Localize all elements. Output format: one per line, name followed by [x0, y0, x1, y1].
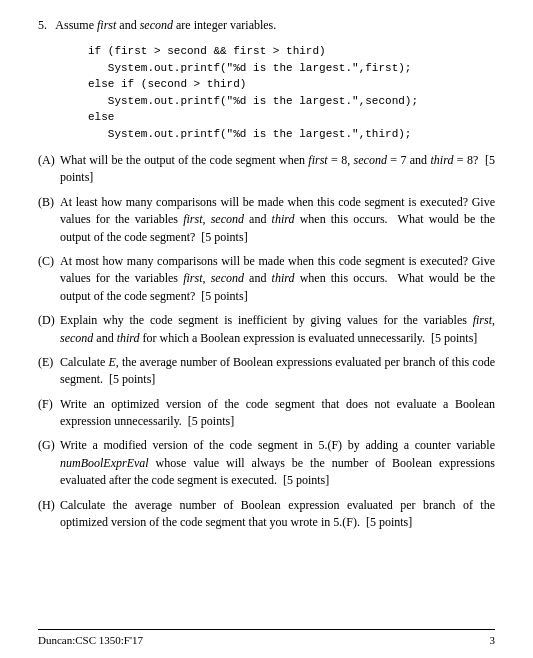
- first-var-intro: first: [97, 18, 116, 32]
- footer-left: Duncan:CSC 1350:F'17: [38, 634, 143, 646]
- question-number: 5. Assume first and second are integer v…: [38, 18, 495, 33]
- part-h: (H) Calculate the average number of Bool…: [38, 497, 495, 532]
- part-b-label: (B): [38, 194, 60, 246]
- part-d-label: (D): [38, 312, 60, 347]
- code-line-3: else if (second > third): [88, 76, 495, 93]
- parts-container: (A) What will be the output of the code …: [38, 152, 495, 531]
- code-line-1: if (first > second && first > third): [88, 43, 495, 60]
- part-g-label: (G): [38, 437, 60, 489]
- code-line-2: System.out.printf("%d is the largest.",f…: [88, 60, 495, 77]
- part-a-label: (A): [38, 152, 60, 187]
- part-b-text: At least how many comparisons will be ma…: [60, 194, 495, 246]
- code-line-4: System.out.printf("%d is the largest.",s…: [88, 93, 495, 110]
- footer-right: 3: [490, 634, 496, 646]
- code-line-5: else: [88, 109, 495, 126]
- part-e-label: (E): [38, 354, 60, 389]
- part-d-text: Explain why the code segment is ineffici…: [60, 312, 495, 347]
- part-e: (E) Calculate E, the average number of B…: [38, 354, 495, 389]
- part-c-label: (C): [38, 253, 60, 305]
- part-b: (B) At least how many comparisons will b…: [38, 194, 495, 246]
- code-line-6: System.out.printf("%d is the largest.",t…: [88, 126, 495, 143]
- part-a-text: What will be the output of the code segm…: [60, 152, 495, 187]
- question-rest: are integer variables.: [176, 18, 276, 32]
- part-c: (C) At most how many comparisons will be…: [38, 253, 495, 305]
- part-g: (G) Write a modified version of the code…: [38, 437, 495, 489]
- question-intro: Assume: [55, 18, 94, 32]
- part-f: (F) Write an optimized version of the co…: [38, 396, 495, 431]
- part-h-label: (H): [38, 497, 60, 532]
- part-d: (D) Explain why the code segment is inef…: [38, 312, 495, 347]
- question-num-text: 5.: [38, 18, 47, 32]
- page: 5. Assume first and second are integer v…: [0, 0, 533, 658]
- part-f-text: Write an optimized version of the code s…: [60, 396, 495, 431]
- footer: Duncan:CSC 1350:F'17 3: [38, 629, 495, 646]
- second-var-intro: second: [140, 18, 173, 32]
- part-e-text: Calculate E, the average number of Boole…: [60, 354, 495, 389]
- part-h-text: Calculate the average number of Boolean …: [60, 497, 495, 532]
- code-block: if (first > second && first > third) Sys…: [88, 43, 495, 142]
- part-c-text: At most how many comparisons will be mad…: [60, 253, 495, 305]
- part-g-text: Write a modified version of the code seg…: [60, 437, 495, 489]
- part-f-label: (F): [38, 396, 60, 431]
- part-a: (A) What will be the output of the code …: [38, 152, 495, 187]
- and-text: and: [119, 18, 136, 32]
